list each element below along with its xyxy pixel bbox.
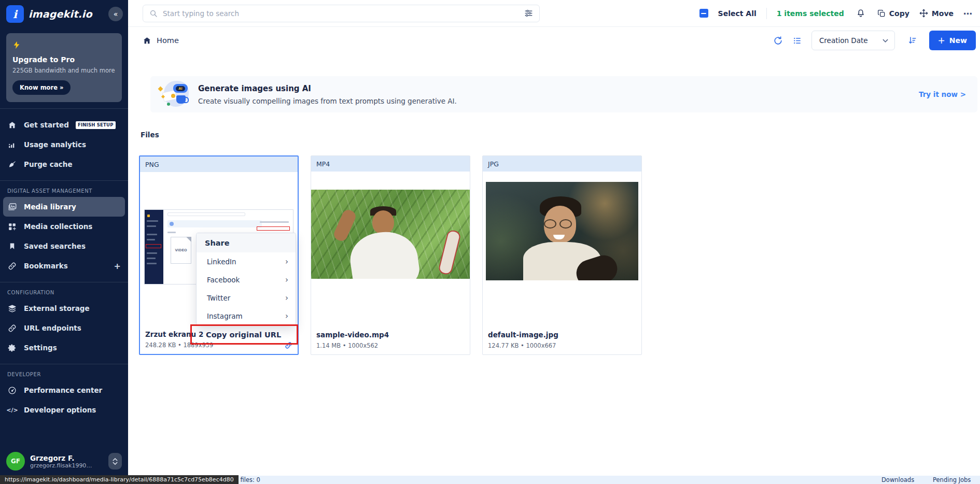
move-button[interactable]: Move [919,9,954,18]
sidebar-item-developer-options[interactable]: </> Developer options [0,400,128,420]
bookmark-icon [7,241,17,251]
notification-bell-icon[interactable] [856,8,865,18]
gear-icon [7,343,17,353]
add-bookmark-button[interactable]: + [114,261,121,271]
bar-chart-icon [7,140,17,150]
upgrade-subtitle: 225GB bandwidth and much more [12,67,116,74]
sidebar-item-bookmarks[interactable]: Bookmarks + [0,256,128,276]
search-input[interactable] [163,9,519,18]
banner-subtitle: Create visually compelling images from t… [198,97,457,105]
select-all-checkbox[interactable] [699,9,708,18]
file-name: default-image.jpg [488,331,558,339]
account-switcher-button[interactable] [108,453,122,469]
user-account-row[interactable]: GF Grzegorz F. grzegorz.flisak1990@g… [0,452,128,471]
upgrade-card: Upgrade to Pro 225GB bandwidth and much … [6,33,122,102]
chevron-right-icon: › [285,257,288,266]
share-context-menu: Share LinkedIn › Facebook › Twitter › In… [196,233,296,325]
new-button[interactable]: + New [929,31,976,50]
menu-item-twitter[interactable]: Twitter › [197,289,296,307]
file-meta: 1.14 MB • 1000x562 [316,342,378,349]
sort-direction-button[interactable] [904,31,920,50]
section-heading-dam: DIGITAL ASSET MANAGEMENT [7,188,121,194]
home-icon [143,36,151,45]
sort-field-dropdown[interactable]: Creation Date [811,31,895,50]
toolbar-actions: Creation Date + New [773,31,980,50]
search-icon [149,9,158,18]
imagekit-logo-icon: i [6,5,24,23]
sidebar-item-saved-searches[interactable]: Saved searches [0,236,128,256]
chevron-down-icon [113,462,118,465]
filter-sliders-icon[interactable] [524,9,533,18]
sidebar-item-media-collections[interactable]: Media collections [0,217,128,236]
menu-item-copy-original-url[interactable]: Copy original URL [190,324,298,345]
sidebar-item-performance-center[interactable]: Performance center [0,380,128,400]
sidebar-item-media-library[interactable]: Media library [3,197,125,217]
user-info: Grzegorz F. grzegorz.flisak1990@g… [30,454,96,469]
menu-item-facebook[interactable]: Facebook › [197,271,296,289]
imagekit-logo-text: imagekit.io [29,8,92,20]
broom-icon [7,160,17,169]
share-menu-header: Share [197,233,296,252]
menu-item-linkedin[interactable]: LinkedIn › [197,252,296,271]
sidebar-item-usage-analytics[interactable]: Usage analytics [0,135,128,154]
sidebar-item-purge-cache[interactable]: Purge cache [0,154,128,174]
user-email: grzegorz.flisak1990@g… [30,462,96,469]
sidebar-item-external-storage[interactable]: External storage [0,298,128,318]
section-heading-configuration: CONFIGURATION [7,290,121,295]
imagekit-dashboard: i imagekit.io « Upgrade to Pro 225GB ban… [0,0,980,484]
chevron-right-icon: › [285,311,288,321]
breadcrumb[interactable]: Home [143,36,179,45]
know-more-button[interactable]: Know more » [12,80,71,95]
refresh-button[interactable] [773,36,783,46]
more-actions-button[interactable]: ⋯ [963,8,973,19]
divider [0,364,128,364]
file-meta: 124.77 KB • 1000x667 [488,342,556,349]
divider [0,180,128,181]
sidebar-collapse-button[interactable]: « [108,7,123,21]
avatar: GF [6,452,25,471]
file-type-strip: MP4 [311,156,470,172]
chain-icon [7,323,17,333]
sidebar-item-url-endpoints[interactable]: URL endpoints [0,318,128,338]
list-view-button[interactable] [792,36,802,46]
media-library-icon [7,202,17,212]
layers-icon [7,304,17,314]
logo-row: i imagekit.io « [0,0,128,26]
chevron-up-icon [113,458,118,461]
video-doc-label: VIDEO [175,248,187,252]
code-icon: </> [7,405,17,415]
sidebar-item-settings[interactable]: Settings [0,338,128,358]
file-name: sample-video.mp4 [316,331,389,339]
chevron-down-icon [883,39,888,42]
collections-grid-icon [7,222,17,232]
video-thumbnail-image [311,190,470,279]
copy-button[interactable]: Copy [877,9,909,18]
move-icon [919,9,928,18]
downloads-link[interactable]: Downloads [881,476,914,484]
search-box[interactable] [143,5,540,22]
items-selected-count: 1 items selected [777,9,844,18]
files-heading: Files [141,131,159,139]
user-name: Grzegorz F. [30,454,96,462]
upgrade-title: Upgrade to Pro [12,55,116,64]
sidebar-item-get-started[interactable]: Get started FINISH SETUP [0,115,128,135]
gauge-icon [7,386,17,395]
home-icon [7,120,17,130]
ai-robot-illustration: AI [158,80,190,109]
breadcrumb-home-label[interactable]: Home [157,36,179,45]
divider [0,108,128,109]
pending-jobs-link[interactable]: Pending Jobs [933,476,971,484]
file-card-jpg[interactable]: JPG default-image.jpg 124.77 KB • 1000x6… [482,155,642,355]
chevron-right-icon: › [285,293,288,303]
divider [766,8,767,19]
lightning-icon [12,40,116,50]
link-url-tooltip: https://imagekit.io/dashboard/media-libr… [0,475,239,484]
toolbar-row: Home Creation Date + New [128,27,980,54]
file-card-mp4[interactable]: MP4 sample-video.mp4 1.14 MB • 1000x562 [311,155,470,355]
select-all-label[interactable]: Select All [718,9,757,18]
try-it-now-link[interactable]: Try it now > [919,90,966,98]
banner-text: Generate images using AI Create visually… [198,84,457,105]
divider [0,282,128,282]
double-arrow-icon: » [60,84,63,91]
menu-item-instagram[interactable]: Instagram › [197,307,296,325]
